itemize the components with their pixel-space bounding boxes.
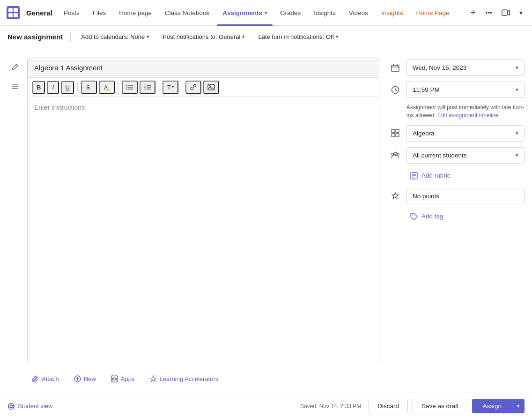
attachment-toolbar: Attach New Apps Learning Accelerators xyxy=(27,368,379,384)
students-icon xyxy=(389,151,402,159)
nav-item-insights2[interactable]: Insights xyxy=(376,0,409,26)
apps-button[interactable]: Apps xyxy=(108,373,138,384)
chevron-down-icon-button[interactable]: ▾ xyxy=(516,7,526,19)
svg-rect-31 xyxy=(111,376,114,379)
assign-button[interactable]: Assign xyxy=(472,399,512,413)
star-icon xyxy=(389,192,402,200)
points-dropdown[interactable]: No points xyxy=(406,188,525,204)
svg-rect-34 xyxy=(115,380,118,382)
assignment-title-input[interactable] xyxy=(28,58,379,78)
nav-item-insights[interactable]: Insights xyxy=(308,0,341,26)
nav-item-videos[interactable]: Videos xyxy=(343,0,374,26)
date-row: Wed, Nov 15, 2023 ▾ xyxy=(389,60,525,76)
left-column: B I U S A 1.2.3. xyxy=(7,58,379,384)
learning-accelerators-button[interactable]: Learning Accelerators xyxy=(147,373,222,384)
nav-item-files[interactable]: Files xyxy=(87,0,112,26)
toolbar-divider-2 xyxy=(118,83,118,91)
svg-rect-45 xyxy=(396,134,399,137)
svg-point-55 xyxy=(10,405,13,407)
time-row: 11:59 PM ▾ xyxy=(389,82,525,98)
svg-rect-44 xyxy=(392,134,395,137)
svg-rect-5 xyxy=(502,10,507,15)
add-tag-button[interactable]: Add tag xyxy=(406,210,525,223)
new-button[interactable]: New xyxy=(71,373,99,384)
page-title: New assignment xyxy=(7,33,63,41)
date-dropdown[interactable]: Wed, Nov 15, 2023 ▾ xyxy=(406,60,525,76)
right-panel: Wed, Nov 15, 2023 ▾ 11:59 PM ▾ Assignmen… xyxy=(389,58,525,384)
image-button[interactable] xyxy=(203,81,219,94)
italic-button[interactable]: I xyxy=(47,81,59,94)
app-icon xyxy=(6,5,21,20)
nav-item-homepage2[interactable]: Home Page xyxy=(410,0,455,26)
student-view-button[interactable]: Student view xyxy=(7,403,52,410)
nav-item-assignments[interactable]: Assignments ▾ xyxy=(217,0,273,26)
svg-point-16 xyxy=(126,89,127,90)
svg-rect-2 xyxy=(14,8,18,12)
add-tab-button[interactable]: + xyxy=(466,6,480,19)
nav-item-homepage[interactable]: Home page xyxy=(113,0,157,26)
link-button[interactable] xyxy=(185,81,201,94)
toolbar-divider-3 xyxy=(159,83,159,91)
nav-item-grades[interactable]: Grades xyxy=(274,0,306,26)
category-row: Algebra ▾ xyxy=(389,125,525,142)
students-dropdown[interactable]: All current students ▾ xyxy=(406,147,525,164)
toolbar-divider-4 xyxy=(182,83,182,91)
category-chevron-icon: ▾ xyxy=(516,130,518,136)
numbering-button[interactable]: 1.2.3. xyxy=(140,81,155,94)
category-dropdown[interactable]: Algebra ▾ xyxy=(406,125,525,142)
time-dropdown[interactable]: 11:59 PM ▾ xyxy=(406,82,525,98)
footer-right: Saved: Nov 14, 2:33 PM Discard Save as d… xyxy=(300,399,525,413)
svg-point-12 xyxy=(126,85,127,86)
svg-text:3.: 3. xyxy=(144,87,146,90)
save-draft-button[interactable]: Save as draft xyxy=(413,399,468,413)
app-name: General xyxy=(26,9,52,17)
svg-rect-4 xyxy=(14,13,18,17)
svg-point-48 xyxy=(397,153,399,155)
svg-rect-0 xyxy=(7,6,20,19)
underline-button[interactable]: U xyxy=(61,81,74,94)
nav-item-posts[interactable]: Posts xyxy=(58,0,85,26)
points-row: No points xyxy=(389,188,525,204)
svg-point-27 xyxy=(209,86,210,87)
bold-button[interactable]: B xyxy=(32,81,45,94)
svg-rect-32 xyxy=(115,376,118,379)
svg-text:▾: ▾ xyxy=(172,85,174,89)
clock-icon xyxy=(389,86,402,94)
late-turnin-button[interactable]: Late turn in notifications: Off ▾ xyxy=(255,31,341,42)
svg-point-53 xyxy=(412,214,413,215)
highlight-button[interactable]: A xyxy=(99,81,115,94)
more-options-button[interactable]: ••• xyxy=(481,6,496,19)
assign-button-group: Assign ▾ xyxy=(472,399,525,413)
edit-timeline-link[interactable]: Edit assignment timeline xyxy=(437,112,498,119)
notifications-chevron-icon: ▾ xyxy=(242,34,245,40)
assignments-chevron-icon: ▾ xyxy=(265,10,267,15)
post-notifications-button[interactable]: Post notifications to: General ▾ xyxy=(160,31,248,42)
students-chevron-icon: ▾ xyxy=(516,152,518,158)
strikethrough-button[interactable]: S xyxy=(81,81,97,94)
assign-chevron-button[interactable]: ▾ xyxy=(512,399,525,413)
edit-icon[interactable] xyxy=(7,60,22,75)
text-styles-button[interactable]: T▾ xyxy=(163,81,178,94)
svg-rect-43 xyxy=(396,129,399,133)
calendars-chevron-icon: ▾ xyxy=(147,34,149,40)
discard-button[interactable]: Discard xyxy=(369,399,408,413)
svg-rect-3 xyxy=(8,13,13,17)
add-to-calendars-button[interactable]: Add to calendars: None ▾ xyxy=(78,31,152,42)
instructions-input[interactable]: Enter instructions xyxy=(28,97,379,362)
assignment-info-text: Assignment will post immediately with la… xyxy=(406,104,525,119)
add-rubric-button[interactable]: Add rubric xyxy=(406,169,525,182)
students-row: All current students ▾ xyxy=(389,147,525,164)
svg-text:S: S xyxy=(86,84,90,91)
svg-point-54 xyxy=(8,403,15,409)
svg-point-14 xyxy=(126,87,127,88)
svg-rect-33 xyxy=(111,380,114,382)
list-icon[interactable] xyxy=(7,79,22,94)
side-icons xyxy=(7,58,22,384)
time-chevron-icon: ▾ xyxy=(516,87,518,93)
svg-point-47 xyxy=(392,153,393,155)
attach-button[interactable]: Attach xyxy=(29,373,62,384)
meeting-icon-button[interactable] xyxy=(498,6,514,19)
bullets-button[interactable] xyxy=(122,81,138,94)
nav-item-classnotebook[interactable]: Class Notebook xyxy=(159,0,215,26)
svg-rect-35 xyxy=(392,65,399,72)
